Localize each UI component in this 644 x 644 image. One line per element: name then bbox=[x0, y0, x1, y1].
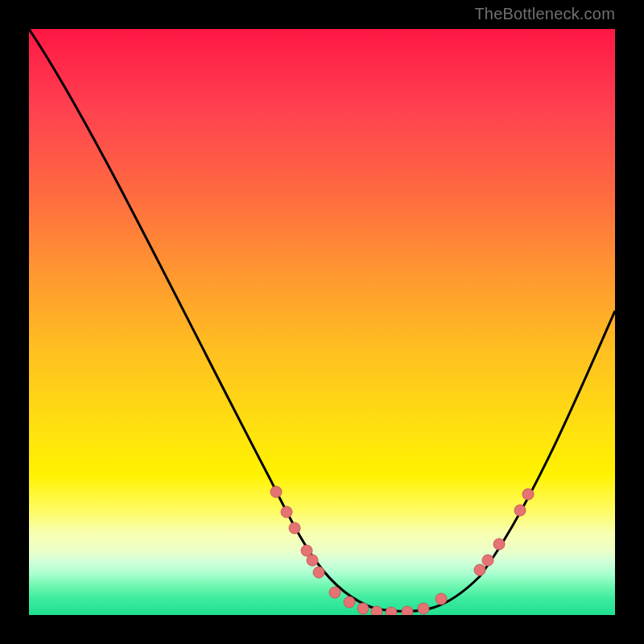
watermark-text: TheBottleneck.com bbox=[474, 5, 615, 23]
data-point bbox=[313, 567, 324, 578]
data-point bbox=[514, 505, 526, 516]
data-point bbox=[357, 603, 369, 614]
data-point bbox=[329, 587, 341, 598]
data-point bbox=[344, 597, 355, 608]
plot-area bbox=[29, 29, 615, 615]
data-point bbox=[522, 489, 534, 500]
bottleneck-curve bbox=[29, 29, 615, 612]
data-point bbox=[493, 539, 505, 550]
data-point bbox=[436, 593, 447, 605]
data-point bbox=[371, 606, 382, 615]
data-point bbox=[289, 522, 300, 534]
data-point bbox=[418, 603, 429, 614]
data-point bbox=[307, 555, 318, 566]
data-point bbox=[474, 564, 485, 576]
data-points-group bbox=[270, 486, 534, 615]
chart-svg bbox=[29, 29, 615, 615]
chart-frame: TheBottleneck.com bbox=[0, 0, 644, 644]
data-point bbox=[281, 506, 292, 518]
data-point bbox=[386, 607, 397, 615]
data-point bbox=[482, 555, 493, 566]
data-point bbox=[402, 606, 413, 615]
data-point bbox=[270, 486, 282, 497]
